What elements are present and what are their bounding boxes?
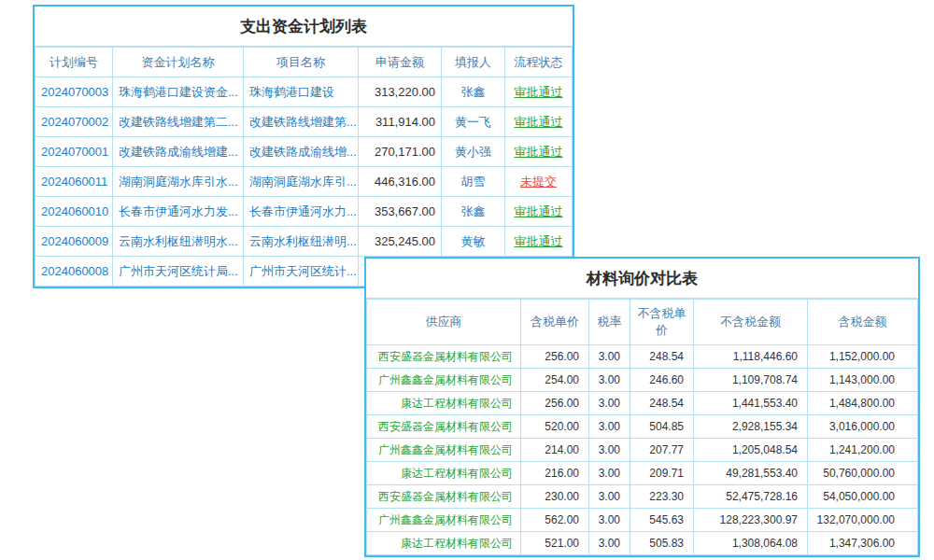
table-row: 2024060011 湖南洞庭湖水库引水... 湖南洞庭湖水库引... 446,… [35,167,573,197]
amount-cell: 313,220.00 [359,77,442,107]
amount-excl-tax-cell: 49,281,553.40 [694,462,808,485]
reporter-link[interactable]: 黄小强 [442,137,505,167]
table-row: 康达工程材料有限公司 216.00 3.00 209.71 49,281,553… [367,462,918,485]
project-name-link[interactable]: 云南水利枢纽潜明... [244,227,359,257]
plan-name-link[interactable]: 湖南洞庭湖水库引水... [113,167,244,197]
supplier-link[interactable]: 广州鑫鑫金属材料有限公司 [367,439,521,462]
table-row: 西安盛器金属材料有限公司 256.00 3.00 248.54 1,118,44… [367,345,918,369]
reporter-link[interactable]: 黄一飞 [442,107,505,137]
col-header-plan-name: 资金计划名称 [113,48,244,77]
table-row: 广州鑫鑫金属材料有限公司 214.00 3.00 207.77 1,205,04… [367,439,918,462]
price-excl-tax-cell: 246.60 [630,369,694,392]
plan-name-link[interactable]: 改建铁路线增建第二... [113,107,244,137]
price-incl-tax-cell: 521.00 [521,532,589,555]
table-row: 2024060009 云南水利枢纽潜明水... 云南水利枢纽潜明... 325,… [35,227,573,257]
price-incl-tax-cell: 216.00 [521,462,589,485]
project-name-link[interactable]: 湖南洞庭湖水库引... [244,167,359,197]
amount-incl-tax-cell: 54,050,000.00 [808,485,918,509]
table-row: 西安盛器金属材料有限公司 520.00 3.00 504.85 2,928,15… [367,415,918,439]
plan-id-link[interactable]: 2024060008 [35,257,113,287]
plan-id-link[interactable]: 2024060011 [35,167,113,197]
col-header-tax-rate: 税率 [589,300,630,345]
amount-cell: 446,316.00 [359,167,442,197]
amount-incl-tax-cell: 1,484,800.00 [808,392,918,415]
col-header-amount-incl-tax: 含税金额 [808,300,918,345]
price-incl-tax-cell: 256.00 [521,345,589,369]
amount-excl-tax-cell: 1,109,708.74 [694,369,808,392]
project-name-link[interactable]: 珠海鹤港口建设 [244,77,359,107]
plan-id-link[interactable]: 2024060010 [35,197,113,227]
expense-table-header-row: 计划编号 资金计划名称 项目名称 申请金额 填报人 流程状态 [35,48,573,77]
reporter-link[interactable]: 张鑫 [442,197,505,227]
tax-rate-cell: 3.00 [589,462,630,485]
project-name-link[interactable]: 广州市天河区统计... [244,257,359,287]
expense-plan-panel: 支出资金计划列表 计划编号 资金计划名称 项目名称 申请金额 填报人 流程状态 [33,5,574,288]
col-header-supplier: 供应商 [367,300,521,345]
reporter-link[interactable]: 黄敏 [442,227,505,257]
project-name-link[interactable]: 改建铁路线增建第... [244,107,359,137]
amount-incl-tax-cell: 1,241,200.00 [808,439,918,462]
supplier-link[interactable]: 康达工程材料有限公司 [367,532,521,555]
amount-excl-tax-cell: 2,928,155.34 [694,415,808,439]
table-row: 康达工程材料有限公司 521.00 3.00 505.83 1,308,064.… [367,532,918,555]
price-excl-tax-cell: 207.77 [630,439,694,462]
col-header-price-excl-tax: 不含税单价 [630,300,694,345]
tax-rate-cell: 3.00 [589,532,630,555]
plan-name-link[interactable]: 改建铁路成渝线增建... [113,137,244,167]
price-incl-tax-cell: 214.00 [521,439,589,462]
supplier-link[interactable]: 康达工程材料有限公司 [367,392,521,415]
supplier-link[interactable]: 广州鑫鑫金属材料有限公司 [367,369,521,392]
table-row: 康达工程材料有限公司 256.00 3.00 248.54 1,441,553.… [367,392,918,415]
plan-id-link[interactable]: 2024070003 [35,77,113,107]
reporter-link[interactable]: 张鑫 [442,77,505,107]
status-link[interactable]: 未提交 [505,167,573,197]
amount-cell: 353,667.00 [359,197,442,227]
status-link[interactable]: 审批通过 [505,227,573,257]
tax-rate-cell: 3.00 [589,439,630,462]
supplier-link[interactable]: 西安盛器金属材料有限公司 [367,485,521,509]
amount-incl-tax-cell: 3,016,000.00 [808,415,918,439]
amount-cell: 270,171.00 [359,137,442,167]
plan-name-link[interactable]: 云南水利枢纽潜明水... [113,227,244,257]
price-excl-tax-cell: 248.54 [630,392,694,415]
col-header-amount-excl-tax: 不含税金额 [694,300,808,345]
plan-name-link[interactable]: 珠海鹤港口建设资金... [113,77,244,107]
status-link[interactable]: 审批通过 [505,77,573,107]
plan-id-link[interactable]: 2024070001 [35,137,113,167]
col-header-status: 流程状态 [505,48,573,77]
quote-table-header-row: 供应商 含税单价 税率 不含税单价 不含税金额 含税金额 [367,300,918,345]
amount-excl-tax-cell: 1,441,553.40 [694,392,808,415]
amount-excl-tax-cell: 52,475,728.16 [694,485,808,509]
price-incl-tax-cell: 254.00 [521,369,589,392]
plan-name-link[interactable]: 长春市伊通河水力发... [113,197,244,227]
status-link[interactable]: 审批通过 [505,107,573,137]
plan-id-link[interactable]: 2024060009 [35,227,113,257]
table-row: 广州鑫鑫金属材料有限公司 562.00 3.00 545.63 128,223,… [367,509,918,532]
price-excl-tax-cell: 505.83 [630,532,694,555]
amount-excl-tax-cell: 1,308,064.08 [694,532,808,555]
price-excl-tax-cell: 223.30 [630,485,694,509]
amount-incl-tax-cell: 1,152,000.00 [808,345,918,369]
supplier-link[interactable]: 西安盛器金属材料有限公司 [367,345,521,369]
reporter-link[interactable]: 胡雪 [442,167,505,197]
table-row: 2024070003 珠海鹤港口建设资金... 珠海鹤港口建设 313,220.… [35,77,573,107]
supplier-link[interactable]: 康达工程材料有限公司 [367,462,521,485]
col-header-plan-id: 计划编号 [35,48,113,77]
price-incl-tax-cell: 520.00 [521,415,589,439]
plan-id-link[interactable]: 2024070002 [35,107,113,137]
table-row: 广州鑫鑫金属材料有限公司 254.00 3.00 246.60 1,109,70… [367,369,918,392]
price-incl-tax-cell: 562.00 [521,509,589,532]
amount-incl-tax-cell: 50,760,000.00 [808,462,918,485]
amount-excl-tax-cell: 128,223,300.97 [694,509,808,532]
price-incl-tax-cell: 256.00 [521,392,589,415]
quote-comparison-table: 供应商 含税单价 税率 不含税单价 不含税金额 含税金额 西安盛器金属材料有限公… [366,299,918,555]
col-header-price-incl-tax: 含税单价 [521,300,589,345]
project-name-link[interactable]: 长春市伊通河水力... [244,197,359,227]
supplier-link[interactable]: 西安盛器金属材料有限公司 [367,415,521,439]
project-name-link[interactable]: 改建铁路成渝线增... [244,137,359,167]
price-excl-tax-cell: 248.54 [630,345,694,369]
plan-name-link[interactable]: 广州市天河区统计局... [113,257,244,287]
status-link[interactable]: 审批通过 [505,137,573,167]
supplier-link[interactable]: 广州鑫鑫金属材料有限公司 [367,509,521,532]
status-link[interactable]: 审批通过 [505,197,573,227]
